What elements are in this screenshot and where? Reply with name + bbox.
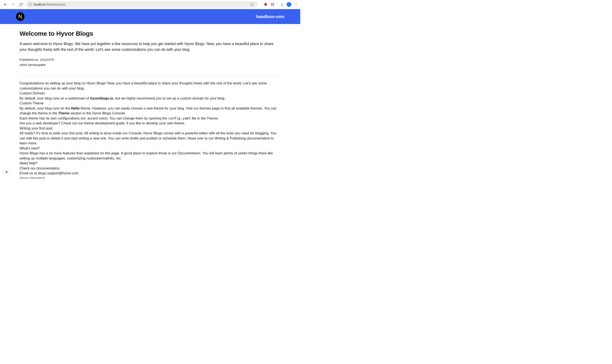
bold-text: hyvorblogs.io xyxy=(90,96,113,100)
chrome-right-controls: I xyxy=(263,2,298,7)
post-author: Ishini Senanayake xyxy=(20,62,281,67)
downloads-button[interactable] xyxy=(280,2,284,7)
main-content: Welcome to Hyvor Blogs A warm welcome to… xyxy=(0,24,300,179)
bold-text: Hello xyxy=(71,106,79,110)
section-heading: What's next? xyxy=(20,146,281,151)
section-heading: Writing your first post xyxy=(20,126,281,131)
svg-marker-2 xyxy=(5,170,8,173)
divider xyxy=(20,76,281,76)
post-published: Published on: 1/21/1970 xyxy=(20,57,281,62)
body-paragraph: Congratulations on setting up your blog … xyxy=(20,81,281,91)
star-icon xyxy=(250,2,254,6)
app-logo[interactable] xyxy=(16,12,25,21)
reload-icon xyxy=(19,3,23,6)
body-paragraph: Happy blogging! xyxy=(20,176,281,179)
body-paragraph: All ready? It's time to write your first… xyxy=(20,131,281,146)
arrow-left-icon xyxy=(3,2,7,6)
more-vertical-icon xyxy=(296,3,296,6)
body-paragraph: By default, your blog runs on a subdomai… xyxy=(20,96,281,101)
back-button[interactable] xyxy=(2,1,9,8)
lightning-icon xyxy=(5,170,8,174)
app-header: headless-cms xyxy=(0,9,300,24)
svg-marker-0 xyxy=(250,3,253,6)
download-icon xyxy=(280,3,284,6)
post-body: Congratulations on setting up your blog … xyxy=(20,81,281,179)
body-paragraph: Email us at blogs.support@hyvor.com. xyxy=(20,171,281,176)
body-paragraph: Are you a web developer? Check out our t… xyxy=(20,121,281,126)
bookmark-button[interactable] xyxy=(250,2,254,7)
site-info-icon[interactable]: i xyxy=(28,3,32,6)
inline-code: config.yaml xyxy=(168,116,191,120)
published-label: Published on: xyxy=(20,58,40,62)
post-title: Welcome to Hyvor Blogs xyxy=(20,30,281,37)
body-paragraph: Each theme has its own configurations (e… xyxy=(20,116,281,121)
ublock-button[interactable] xyxy=(263,2,268,7)
browser-toolbar: i localhost:3000/welcome I xyxy=(0,0,300,9)
arrow-right-icon xyxy=(11,2,15,6)
body-paragraph: By default, your blog runs on the Hello … xyxy=(20,106,281,116)
url-host: localhost xyxy=(34,3,45,6)
url-path: :3000/welcome xyxy=(45,3,65,6)
url-text: localhost:3000/welcome xyxy=(34,3,65,6)
post-intro: A warm welcome to Hyvor Blogs. We have p… xyxy=(20,41,281,52)
browser-menu-button[interactable] xyxy=(294,2,298,7)
forward-button[interactable] xyxy=(10,1,16,8)
puzzle-icon xyxy=(271,3,274,6)
shield-icon xyxy=(264,3,267,6)
avatar-initial: I xyxy=(288,3,289,6)
address-bar[interactable]: i localhost:3000/welcome xyxy=(26,1,258,8)
devtools-button[interactable] xyxy=(3,169,10,176)
section-heading: Need help? xyxy=(20,161,281,166)
body-paragraph: Hyvor Blogs has a lot more features than… xyxy=(20,151,281,161)
bold-text: Theme xyxy=(58,111,69,115)
body-paragraph: Check our documentation. xyxy=(20,166,281,171)
nextjs-logo-icon xyxy=(16,12,25,21)
published-date: 1/21/1970 xyxy=(40,58,54,62)
profile-avatar[interactable]: I xyxy=(287,2,291,7)
section-heading: Custom Domain xyxy=(20,91,281,96)
app-title: headless-cms xyxy=(256,14,284,19)
reload-button[interactable] xyxy=(17,1,24,8)
section-heading: Custom Theme xyxy=(20,101,281,106)
extensions-button[interactable] xyxy=(270,2,274,7)
